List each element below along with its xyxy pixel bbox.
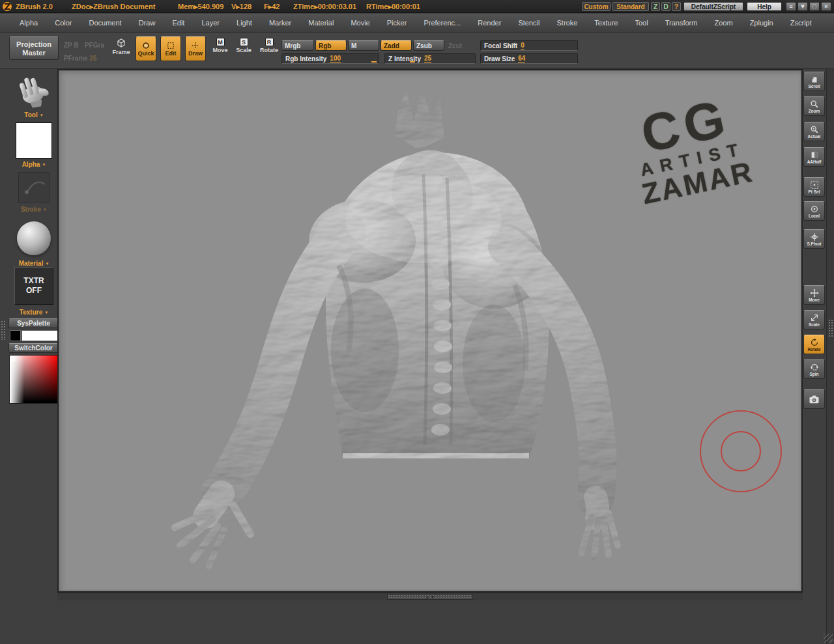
m-button[interactable]: M: [348, 40, 379, 51]
secondary-color-swatch[interactable]: [22, 330, 58, 341]
menu-marker[interactable]: Marker: [269, 19, 291, 27]
current-material-preview[interactable]: [17, 221, 51, 255]
right-tray-handle[interactable]: [828, 319, 833, 337]
scroll-button[interactable]: Scroll: [803, 72, 825, 91]
pt-sel-label: Pt Sel: [808, 189, 820, 194]
local-button[interactable]: Local: [803, 201, 825, 221]
menu-tool[interactable]: Tool: [635, 19, 648, 27]
switchcolor-button[interactable]: SwitchColor: [8, 343, 59, 353]
canvas-rotate-button[interactable]: Rotate: [803, 335, 825, 354]
menu-draw[interactable]: Draw: [139, 19, 156, 27]
move-mode-button[interactable]: M Move: [210, 38, 231, 53]
focal-shift-label: Focal Shift: [484, 42, 517, 49]
texture-palette-label[interactable]: Texture▼: [9, 309, 59, 316]
alpha-palette-label[interactable]: Alpha▼: [9, 161, 59, 168]
menu-stencil[interactable]: Stencil: [518, 19, 539, 27]
z-toggle-button[interactable]: Z: [651, 2, 660, 11]
s-pivot-button[interactable]: S.Pivot: [803, 229, 825, 249]
zadd-button[interactable]: Zadd: [381, 40, 412, 51]
menu-layer[interactable]: Layer: [201, 19, 220, 27]
default-zscript-button[interactable]: DefaultZScript: [683, 2, 743, 11]
draw-button[interactable]: Draw: [185, 36, 206, 61]
menu-texture[interactable]: Texture: [594, 19, 618, 27]
mrgb-button[interactable]: Mrgb: [281, 40, 314, 51]
rgb-intensity-slider[interactable]: Rgb Intensity 100: [281, 53, 379, 64]
menu-stroke[interactable]: Stroke: [557, 19, 578, 27]
canvas-scale-button[interactable]: Scale: [803, 310, 825, 329]
rgb-intensity-thumb[interactable]: [371, 61, 377, 63]
quick-dot-icon: [142, 42, 150, 49]
rgb-intensity-value: 100: [330, 55, 341, 63]
color-picker-gradient[interactable]: [9, 355, 59, 404]
texture-dropdown-icon: ▼: [44, 311, 48, 315]
stroke-palette-label[interactable]: Stroke▼: [9, 206, 59, 213]
horizontal-scrollbar[interactable]: ▲ ▼: [387, 594, 473, 600]
left-tray-handle[interactable]: [1, 320, 6, 340]
canvas-move-button[interactable]: Move: [803, 285, 825, 305]
current-stroke-preview[interactable]: [18, 172, 50, 203]
tool-glove-icon: [12, 72, 55, 109]
scroll-up-icon[interactable]: ▲: [425, 595, 429, 599]
menu-transform[interactable]: Transform: [665, 19, 698, 27]
menu-movie[interactable]: Movie: [351, 19, 369, 27]
d-toggle-button[interactable]: D: [661, 2, 670, 11]
menu-light[interactable]: Light: [237, 19, 252, 27]
current-alpha-preview[interactable]: [16, 122, 52, 159]
custom-button[interactable]: Custom: [582, 2, 611, 11]
standard-button[interactable]: Standard: [612, 2, 649, 11]
menu-zoom[interactable]: Zoom: [714, 19, 732, 27]
draw-size-slider[interactable]: Draw Size 64: [480, 53, 578, 64]
move-badge-icon: M: [216, 38, 225, 46]
window-resize-grip[interactable]: [824, 634, 833, 643]
aahalf-button[interactable]: AAHalf: [803, 147, 825, 167]
syspalette-button[interactable]: SysPalette: [8, 318, 59, 328]
disabled-zpb-label: ZP B: [64, 42, 79, 49]
window-shade-icon[interactable]: ▼: [798, 2, 808, 11]
focal-shift-slider[interactable]: Focal Shift 0: [480, 40, 578, 51]
quick-button[interactable]: Quick: [136, 36, 156, 61]
z-intensity-value: 25: [424, 55, 431, 63]
rgb-button[interactable]: Rgb: [315, 40, 347, 51]
menu-color[interactable]: Color: [55, 19, 72, 27]
app-title: ZBrush 2.0: [16, 3, 53, 10]
document-canvas[interactable]: CG ARTIST ZAMAR: [57, 69, 803, 593]
menu-material[interactable]: Material: [308, 19, 334, 27]
help-button[interactable]: Help: [747, 2, 782, 11]
rotate-mode-button[interactable]: R Rotate: [257, 38, 281, 53]
move-label: Move: [212, 47, 227, 53]
current-tool-preview[interactable]: [12, 72, 55, 109]
tool-palette-label[interactable]: Tool▼: [9, 111, 59, 119]
menu-document[interactable]: Document: [89, 19, 122, 27]
menu-zplugin[interactable]: Zplugin: [750, 19, 773, 27]
top-shelf: Projection Master ZP B PFGra PFrame 25 F…: [0, 33, 834, 69]
material-palette-label[interactable]: Material▼: [9, 260, 59, 267]
frame-label: Frame: [112, 49, 130, 55]
z-intensity-slider[interactable]: Z Intensity 25: [384, 53, 476, 64]
menu-zscript[interactable]: Zscript: [790, 19, 812, 27]
window-menu-icon[interactable]: ≡: [786, 2, 796, 11]
zsub-button[interactable]: Zsub: [413, 40, 444, 51]
edit-button[interactable]: Edit: [160, 36, 181, 61]
menu-preferences[interactable]: Preferenc...: [424, 19, 461, 27]
z-intensity-thumb[interactable]: [410, 61, 415, 63]
menu-picker[interactable]: Picker: [387, 19, 407, 27]
snapshot-button[interactable]: [803, 389, 825, 409]
pt-sel-button[interactable]: Pt Sel: [803, 177, 825, 197]
help-question-button[interactable]: ?: [672, 2, 681, 11]
main-color-swatch[interactable]: [10, 330, 21, 341]
zoom-button[interactable]: Zoom: [803, 96, 825, 116]
menu-alpha[interactable]: Alpha: [20, 19, 38, 27]
canvas-spin-button[interactable]: Spin: [803, 359, 825, 379]
window-restore-icon[interactable]: □: [809, 2, 820, 11]
scroll-down-icon[interactable]: ▼: [431, 595, 435, 599]
window-close-icon[interactable]: ×: [821, 2, 831, 11]
disabled-pfgra-label: PFGra: [85, 42, 104, 49]
menu-render[interactable]: Render: [478, 19, 501, 27]
current-texture-preview[interactable]: TXTR OFF: [14, 267, 53, 305]
menu-edit[interactable]: Edit: [172, 19, 184, 27]
scale-mode-button[interactable]: S Scale: [233, 38, 254, 53]
texture-off-line1: TXTR: [23, 276, 44, 286]
actual-button[interactable]: Actual: [803, 122, 825, 141]
frame-button[interactable]: Frame: [111, 38, 132, 55]
projection-master-button[interactable]: Projection Master: [9, 36, 59, 60]
